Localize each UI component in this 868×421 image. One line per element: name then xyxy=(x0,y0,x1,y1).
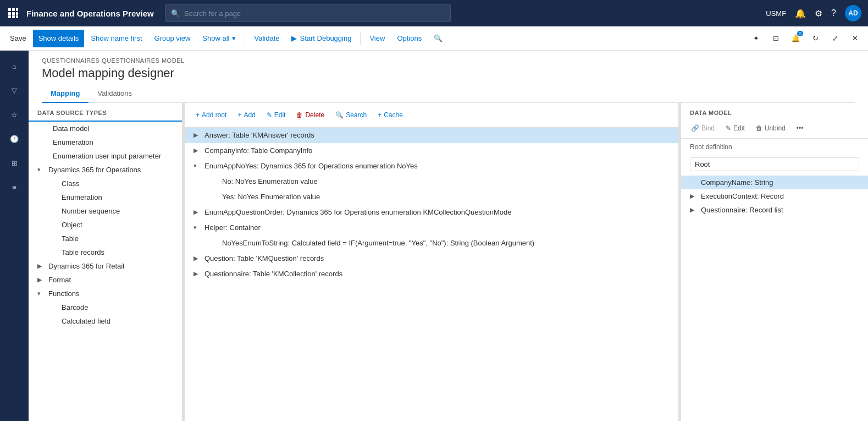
close-icon[interactable]: ✕ xyxy=(846,30,864,47)
chevron-right-icon: ▶ xyxy=(37,263,46,270)
validate-button[interactable]: Validate xyxy=(248,30,285,47)
sidebar-recent-icon[interactable]: 🕐 xyxy=(3,128,25,150)
main-layout: ⌂ ▽ ☆ 🕐 ⊞ ≡ QUESTIONNAIRES QUESTIONNAIRE… xyxy=(0,51,868,421)
group-view-button[interactable]: Group view xyxy=(149,30,196,47)
ds-questionnaire[interactable]: ▶ Questionnaire: Table 'KMCollection' re… xyxy=(185,266,678,282)
ds-noyesenumtostring[interactable]: NoYesEnumToString: Calculated field = IF… xyxy=(185,236,678,251)
dst-functions[interactable]: ▾Functions xyxy=(29,287,182,300)
sidebar-workspaces-icon[interactable]: ⊞ xyxy=(3,152,25,174)
ds-question[interactable]: ▶ Question: Table 'KMQuestion' records xyxy=(185,251,678,266)
svg-rect-7 xyxy=(12,15,15,18)
chevron-down-helper: ▾ xyxy=(193,224,202,231)
dm-executioncontext[interactable]: ▶ ExecutionContext: Record xyxy=(681,189,868,203)
plus-icon: + xyxy=(196,111,200,119)
ds-helper[interactable]: ▾ Helper: Container xyxy=(185,220,678,236)
dst-enum-ops[interactable]: Enumeration xyxy=(29,190,182,204)
ds-answer[interactable]: ▶ Answer: Table 'KMAnswer' records xyxy=(185,128,678,143)
delete-icon-dm: 🗑 xyxy=(756,124,762,132)
dst-calculated-field[interactable]: Calculated field xyxy=(29,314,182,328)
dst-data-model[interactable]: Data model xyxy=(29,122,182,135)
separator-2 xyxy=(360,32,361,45)
tab-mapping[interactable]: Mapping xyxy=(42,85,89,103)
top-navigation: Finance and Operations Preview 🔍 Search … xyxy=(0,0,868,26)
dst-barcode[interactable]: Barcode xyxy=(29,300,182,314)
ds-yes-label: Yes: NoYes Enumeration value xyxy=(222,193,320,201)
help-icon[interactable]: ? xyxy=(831,8,836,18)
dst-object[interactable]: Object xyxy=(29,218,182,232)
right-panel-header: DATA MODEL xyxy=(681,103,868,121)
show-all-button[interactable]: Show all ▾ xyxy=(197,30,241,47)
personalize-icon[interactable]: ✦ xyxy=(747,30,765,47)
app-title: Finance and Operations Preview xyxy=(26,9,154,18)
svg-rect-0 xyxy=(8,8,11,11)
expand-icon[interactable]: ⤢ xyxy=(826,30,844,47)
breadcrumb: QUESTIONNAIRES QUESTIONNAIRES MODEL xyxy=(42,57,855,64)
dst-table-records[interactable]: Table records xyxy=(29,245,182,259)
global-search[interactable]: 🔍 Search for a page xyxy=(165,4,451,22)
dst-d365-retail[interactable]: ▶Dynamics 365 for Retail xyxy=(29,259,182,273)
search-button[interactable]: 🔍 Search xyxy=(331,107,371,123)
dm-edit-button[interactable]: ✎ Edit xyxy=(722,123,748,134)
ds-questionnaire-label: Questionnaire: Table 'KMCollection' reco… xyxy=(204,270,342,278)
unbind-label: Unbind xyxy=(765,124,786,132)
dst-d365-operations[interactable]: ▾Dynamics 365 for Operations xyxy=(29,163,182,177)
refresh-icon[interactable]: ↻ xyxy=(806,30,824,47)
settings-icon[interactable]: ⚙ xyxy=(815,8,822,19)
sidebar-filter-icon[interactable]: ▽ xyxy=(3,79,25,101)
view-button[interactable]: View xyxy=(364,30,390,47)
show-all-label: Show all xyxy=(202,34,229,42)
debug-icon: ▶ xyxy=(291,34,297,42)
dst-enum-user-input[interactable]: Enumeration user input parameter xyxy=(29,149,182,163)
ds-enumquestionorder[interactable]: ▶ EnumAppQuestionOrder: Dynamics 365 for… xyxy=(185,205,678,220)
dm-companyname[interactable]: CompanyName: String xyxy=(681,176,868,189)
delete-button[interactable]: 🗑 Delete xyxy=(292,107,329,123)
start-debugging-button[interactable]: ▶ Start Debugging xyxy=(286,30,357,47)
sidebar-list-icon[interactable]: ≡ xyxy=(3,176,25,198)
three-panel: DATA SOURCE TYPES Data model Enumeration… xyxy=(29,103,868,421)
edit-icon: ✎ xyxy=(267,111,272,119)
ds-companyinfo[interactable]: ▶ CompanyInfo: Table CompanyInfo xyxy=(185,143,678,158)
dst-class[interactable]: Class xyxy=(29,177,182,190)
tab-validations[interactable]: Validations xyxy=(89,85,141,103)
open-new-icon[interactable]: ⊡ xyxy=(767,30,784,47)
page-header: QUESTIONNAIRES QUESTIONNAIRES MODEL Mode… xyxy=(29,51,868,103)
debug-label: Start Debugging xyxy=(300,34,351,42)
edit-button[interactable]: ✎ Edit xyxy=(262,107,290,123)
avatar[interactable]: AD xyxy=(845,5,861,21)
cmd-search-button[interactable]: 🔍 xyxy=(428,30,448,47)
show-name-first-button[interactable]: Show name first xyxy=(85,30,147,47)
grid-menu-icon[interactable] xyxy=(7,7,20,20)
dst-format[interactable]: ▶Format xyxy=(29,273,182,287)
ds-no[interactable]: No: NoYes Enumeration value xyxy=(185,174,678,189)
ds-yes[interactable]: Yes: NoYes Enumeration value xyxy=(185,189,678,205)
edit-label: Edit xyxy=(733,124,745,132)
dm-companyname-label: CompanyName: String xyxy=(701,178,773,187)
dm-questionnaire[interactable]: ▶ Questionnaire: Record list xyxy=(681,203,868,217)
svg-rect-2 xyxy=(16,8,18,11)
dst-table[interactable]: Table xyxy=(29,232,182,245)
notification-icon[interactable]: 🔔 xyxy=(795,8,806,19)
data-model-list: CompanyName: String ▶ ExecutionContext: … xyxy=(681,176,868,421)
sidebar-home-icon[interactable]: ⌂ xyxy=(3,55,25,77)
cache-button[interactable]: + Cache xyxy=(373,107,407,123)
ds-enumappnoyes-label: EnumAppNoYes: Dynamics 365 for Operation… xyxy=(204,162,418,170)
chevron-right-icon-format: ▶ xyxy=(37,276,46,283)
plus-icon-2: + xyxy=(237,111,241,119)
delete-icon: 🗑 xyxy=(296,111,303,119)
ds-enumappnoyes[interactable]: ▾ EnumAppNoYes: Dynamics 365 for Operati… xyxy=(185,158,678,174)
add-button[interactable]: + Add xyxy=(233,107,259,123)
page-title: Model mapping designer xyxy=(42,66,855,80)
options-button[interactable]: Options xyxy=(391,30,427,47)
dst-number-seq[interactable]: Number sequence xyxy=(29,204,182,218)
add-root-button[interactable]: + Add root xyxy=(191,107,231,123)
search-icon: 🔍 xyxy=(171,9,180,18)
save-button[interactable]: Save xyxy=(4,30,32,47)
sidebar-favorites-icon[interactable]: ☆ xyxy=(3,103,25,125)
show-details-button[interactable]: Show details xyxy=(33,30,85,47)
dst-enumeration[interactable]: Enumeration xyxy=(29,135,182,149)
more-options-button[interactable]: ••• xyxy=(793,123,807,134)
bind-button[interactable]: 🔗 Bind xyxy=(688,123,718,134)
unbind-button[interactable]: 🗑 Unbind xyxy=(753,123,789,134)
svg-rect-1 xyxy=(12,8,15,11)
notifications-badge-icon[interactable]: 🔔 0 xyxy=(787,30,804,47)
